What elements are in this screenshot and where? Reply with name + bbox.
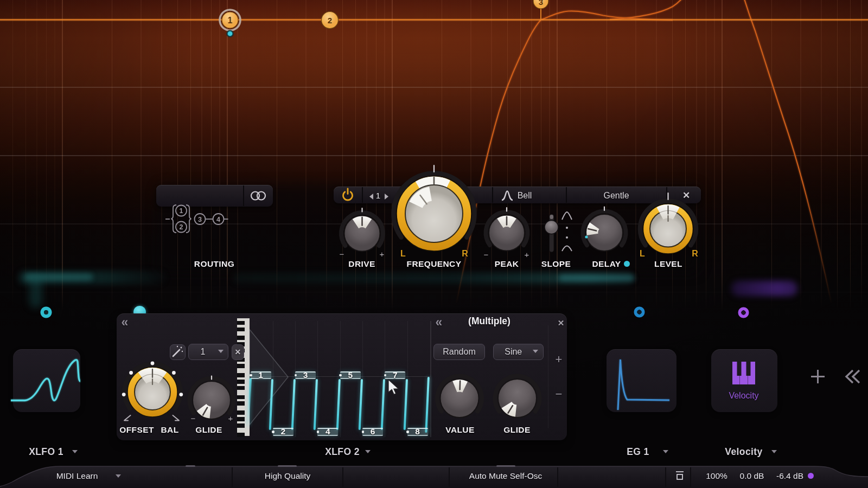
svg-text:4: 4 bbox=[216, 216, 220, 223]
svg-text:2: 2 bbox=[180, 223, 183, 231]
svg-text:1: 1 bbox=[180, 207, 183, 215]
svg-text:3: 3 bbox=[198, 216, 202, 223]
